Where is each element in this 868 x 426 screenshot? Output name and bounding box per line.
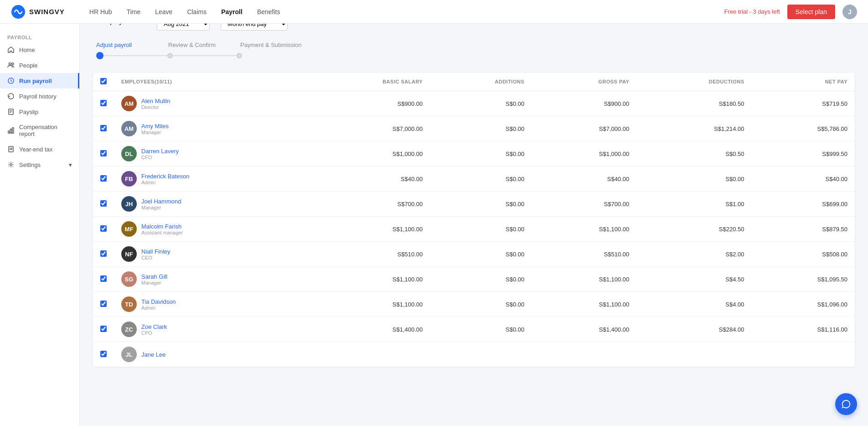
employee-role: Admin: [141, 180, 190, 185]
sidebar-item-year-end-tax[interactable]: Year-end tax: [0, 141, 79, 157]
employee-name[interactable]: Sarah Gill: [141, 273, 167, 280]
employee-net-pay: S$40.00: [752, 166, 855, 192]
step-1-label[interactable]: Adjust payroll: [96, 42, 168, 48]
employee-additions: S$0.00: [430, 292, 532, 317]
employee-deductions: S$1,214.00: [636, 116, 751, 141]
sidebar-label-people: People: [19, 62, 37, 69]
table-row: AMAlen MullinDirectorS$900.00S$0.00S$900…: [93, 91, 855, 116]
employee-name[interactable]: Malcolm Farish: [141, 223, 183, 230]
employee-avatar: AM: [121, 121, 137, 136]
header-basic-salary: BASIC SALARY: [304, 73, 430, 91]
employee-additions: S$0.00: [430, 141, 532, 166]
employee-avatar: TD: [121, 296, 137, 312]
select-all-checkbox[interactable]: [100, 78, 107, 84]
employee-avatar: MF: [121, 221, 137, 237]
employee-avatar: FB: [121, 171, 137, 187]
step-3-label[interactable]: Payment & Submission: [240, 42, 322, 48]
employee-basic-salary: S$1,100.00: [304, 267, 430, 292]
row-checkbox[interactable]: [100, 250, 107, 257]
employee-name[interactable]: Tia Davidson: [141, 298, 176, 305]
row-checkbox[interactable]: [100, 125, 107, 131]
employee-net-pay: S$1,116.00: [752, 317, 855, 342]
employee-name[interactable]: Zoe Clark: [141, 323, 167, 330]
employee-name[interactable]: Jane Lee: [141, 351, 166, 358]
employee-role: CEO: [141, 255, 170, 260]
step-1-dot: [96, 52, 103, 59]
row-checkbox-cell: [93, 141, 114, 166]
logo-icon: [11, 5, 26, 19]
sidebar-section-label: PAYROLL: [0, 31, 79, 42]
sidebar: PAYROLL Home People Run payroll Payroll …: [0, 24, 80, 379]
header-checkbox-cell: [93, 73, 114, 91]
employee-net-pay: S$999.50: [752, 141, 855, 166]
employee-name[interactable]: Frederick Bateson: [141, 173, 190, 180]
employee-name[interactable]: Niall Finley: [141, 248, 170, 255]
nav-benefits[interactable]: Benefits: [251, 5, 287, 18]
employee-cell: JLJane Lee: [114, 342, 304, 367]
employee-basic-salary: S$510.00: [304, 242, 430, 267]
row-checkbox[interactable]: [100, 301, 107, 307]
sidebar-item-payslip[interactable]: Payslip: [0, 104, 79, 119]
top-nav: SWINGVY HR Hub Time Leave Claims Payroll…: [0, 0, 868, 24]
employee-additions: S$0.00: [430, 116, 532, 141]
employee-gross-pay: S$7,000.00: [532, 116, 636, 141]
row-checkbox[interactable]: [100, 200, 107, 207]
nav-time[interactable]: Time: [120, 5, 147, 18]
table-row: NFNiall FinleyCEOS$510.00S$0.00S$510.00S…: [93, 242, 855, 267]
svg-point-14: [10, 164, 12, 166]
employee-role: Manager: [141, 205, 181, 210]
row-checkbox[interactable]: [100, 326, 107, 332]
sidebar-item-people[interactable]: People: [0, 57, 79, 73]
employee-cell: AMAlen MullinDirector: [114, 91, 304, 116]
row-checkbox[interactable]: [100, 275, 107, 282]
employee-basic-salary: S$1,100.00: [304, 217, 430, 242]
sidebar-item-run-payroll[interactable]: Run payroll: [0, 73, 79, 88]
employee-name[interactable]: Amy Miles: [141, 123, 169, 130]
logo-text: SWINGVY: [29, 8, 65, 16]
row-checkbox[interactable]: [100, 351, 107, 357]
svg-rect-10: [9, 146, 13, 152]
steps-section: Adjust payroll Review & Confirm Payment …: [93, 42, 855, 59]
nav-claims[interactable]: Claims: [181, 5, 213, 18]
employee-deductions: [636, 342, 751, 367]
nav-payroll[interactable]: Payroll: [215, 5, 249, 18]
employee-avatar: AM: [121, 96, 137, 111]
row-checkbox[interactable]: [100, 175, 107, 182]
employee-additions: S$0.00: [430, 166, 532, 192]
run-payroll-icon: [7, 77, 15, 84]
step-2-label[interactable]: Review & Confirm: [168, 42, 240, 48]
nav-hr-hub[interactable]: HR Hub: [83, 5, 119, 18]
employee-deductions: S$180.50: [636, 91, 751, 116]
step-2-dot: [167, 53, 173, 58]
employee-cell: FBFrederick BatesonAdmin: [114, 166, 304, 192]
home-icon: [7, 46, 15, 53]
employee-basic-salary: [304, 342, 430, 367]
chart-icon: [7, 127, 15, 134]
sidebar-item-settings[interactable]: Settings ▾: [0, 157, 79, 172]
employee-name[interactable]: Darren Lavery: [141, 148, 179, 155]
select-plan-button[interactable]: Select plan: [787, 5, 835, 19]
svg-point-2: [12, 63, 14, 65]
row-checkbox[interactable]: [100, 225, 107, 232]
progress-line-1: [103, 55, 167, 56]
sidebar-item-home[interactable]: Home: [0, 42, 79, 57]
sidebar-item-payroll-history[interactable]: Payroll history: [0, 88, 79, 104]
user-avatar[interactable]: J: [842, 5, 857, 19]
employee-name[interactable]: Alen Mullin: [141, 98, 170, 104]
employee-deductions: S$0.00: [636, 166, 751, 192]
row-checkbox[interactable]: [100, 150, 107, 156]
employee-cell: DLDarren LaveryCFO: [114, 141, 304, 166]
row-checkbox[interactable]: [100, 100, 107, 106]
nav-leave[interactable]: Leave: [149, 5, 179, 18]
employee-role: Manager: [141, 280, 167, 286]
sidebar-label-year-end-tax: Year-end tax: [19, 146, 52, 153]
header-additions: ADDITIONS: [430, 73, 532, 91]
header-employees: EMPLOYEES(10/11): [114, 73, 304, 91]
main-content: Run payroll for Payroll period Aug 2021 …: [80, 0, 868, 379]
row-checkbox-cell: [93, 91, 114, 116]
employees-table-container: EMPLOYEES(10/11) BASIC SALARY ADDITIONS …: [93, 72, 855, 368]
nav-links: HR Hub Time Leave Claims Payroll Benefit…: [83, 5, 724, 18]
employee-name[interactable]: Joel Hammond: [141, 198, 181, 205]
employee-gross-pay: S$510.00: [532, 242, 636, 267]
sidebar-item-compensation-report[interactable]: Compensation report: [0, 119, 79, 141]
